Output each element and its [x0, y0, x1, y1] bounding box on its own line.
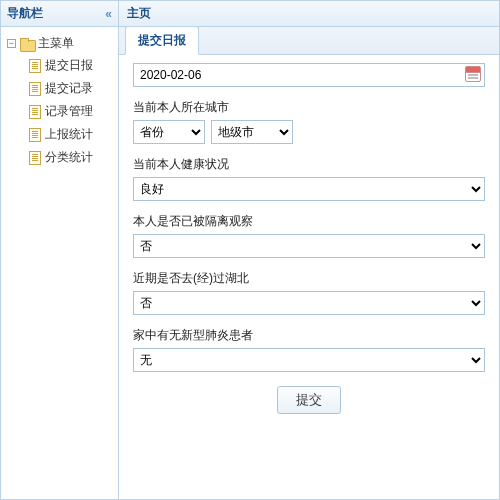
calendar-icon[interactable] [465, 66, 481, 82]
health-select[interactable]: 良好 [133, 177, 485, 201]
submit-row: 提交 [133, 384, 485, 424]
nav-item-label: 提交记录 [45, 80, 93, 97]
hubei-select[interactable]: 否 [133, 291, 485, 315]
tree-children: 提交日报 提交记录 记录管理 上报统计 分类统计 [5, 54, 114, 169]
sidebar: 导航栏 « − 主菜单 提交日报 提交记录 记录管理 [1, 1, 119, 499]
nav-item-category-stat[interactable]: 分类统计 [27, 146, 114, 169]
document-icon [29, 59, 41, 73]
document-icon [29, 151, 41, 165]
sidebar-header: 导航栏 « [1, 1, 118, 27]
nav-item-report-stat[interactable]: 上报统计 [27, 123, 114, 146]
field-household: 家中有无新型肺炎患者 无 [133, 327, 485, 372]
nav-item-record-manage[interactable]: 记录管理 [27, 100, 114, 123]
tab-strip: 提交日报 [119, 27, 499, 55]
document-icon [29, 128, 41, 142]
app-root: 导航栏 « − 主菜单 提交日报 提交记录 记录管理 [0, 0, 500, 500]
main-panel: 主页 提交日报 当前本人所在城市 省份 [119, 1, 499, 499]
sidebar-title: 导航栏 [7, 5, 43, 22]
tab-label: 提交日报 [138, 33, 186, 47]
province-select[interactable]: 省份 [133, 120, 205, 144]
submit-button[interactable]: 提交 [277, 386, 341, 414]
page-title: 主页 [127, 5, 151, 22]
household-select[interactable]: 无 [133, 348, 485, 372]
nav-item-label: 提交日报 [45, 57, 93, 74]
main-header: 主页 [119, 1, 499, 27]
folder-icon [20, 38, 34, 50]
nav-item-submit-report[interactable]: 提交日报 [27, 54, 114, 77]
date-input[interactable] [133, 63, 485, 87]
field-quarantine: 本人是否已被隔离观察 否 [133, 213, 485, 258]
form-area: 当前本人所在城市 省份 地级市 当前本人健康状况 良好 [119, 55, 499, 499]
tree-collapse-toggle-icon[interactable]: − [7, 39, 16, 48]
submit-button-label: 提交 [296, 392, 322, 407]
document-icon [29, 82, 41, 96]
field-health: 当前本人健康状况 良好 [133, 156, 485, 201]
field-date [133, 63, 485, 87]
hubei-label: 近期是否去(经)过湖北 [133, 270, 485, 287]
sidebar-collapse-icon[interactable]: « [105, 7, 112, 21]
nav-item-label: 记录管理 [45, 103, 93, 120]
health-label: 当前本人健康状况 [133, 156, 485, 173]
document-icon [29, 105, 41, 119]
quarantine-select[interactable]: 否 [133, 234, 485, 258]
city-label: 当前本人所在城市 [133, 99, 485, 116]
nav-tree: − 主菜单 提交日报 提交记录 记录管理 上 [1, 27, 118, 499]
field-hubei: 近期是否去(经)过湖北 否 [133, 270, 485, 315]
city-select[interactable]: 地级市 [211, 120, 293, 144]
nav-item-submit-history[interactable]: 提交记录 [27, 77, 114, 100]
tree-root[interactable]: − 主菜单 [5, 33, 114, 54]
nav-item-label: 分类统计 [45, 149, 93, 166]
field-city: 当前本人所在城市 省份 地级市 [133, 99, 485, 144]
quarantine-label: 本人是否已被隔离观察 [133, 213, 485, 230]
nav-item-label: 上报统计 [45, 126, 93, 143]
tree-root-label: 主菜单 [38, 35, 74, 52]
tab-submit-report[interactable]: 提交日报 [125, 26, 199, 55]
household-label: 家中有无新型肺炎患者 [133, 327, 485, 344]
